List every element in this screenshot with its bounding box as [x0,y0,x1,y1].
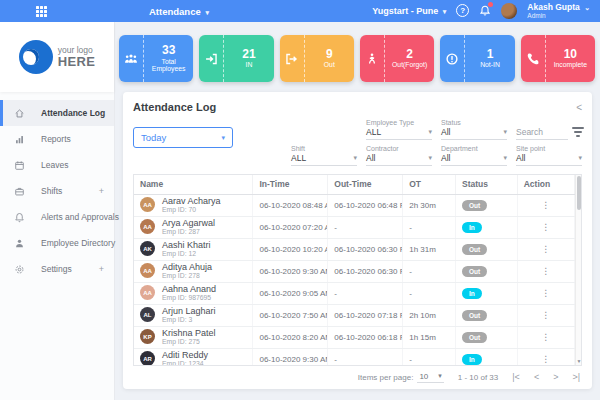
status-badge[interactable]: Out [462,332,487,343]
prev-page-icon[interactable]: < [534,372,539,382]
filter-label: Contractor [366,145,432,152]
employee-avatar: AA [140,285,155,300]
status-badge[interactable]: In [462,222,482,233]
scroll-down-icon[interactable]: ▼ [576,357,582,365]
row-actions-menu-icon[interactable]: ⋮ [517,194,574,216]
stat-card-in[interactable]: 21IN [199,35,273,82]
column-header-status: Status [456,175,518,194]
filter-select[interactable]: All▾ [441,153,507,166]
sidebar-item-reports[interactable]: Reports [0,126,114,152]
sidebar-item-shifts[interactable]: Shifts+ [0,178,114,204]
in-time-cell: 06-10-2020 7:50 AM [253,304,328,326]
employee-name: Krishna Patel [162,328,216,339]
status-badge[interactable]: Out [462,266,487,277]
row-actions-menu-icon[interactable]: ⋮ [517,238,574,260]
first-page-icon[interactable]: |< [512,372,520,382]
location-label: Yugstart - Pune [372,6,438,16]
attendance-log-panel: Attendance Log < Today ▾ Employee TypeAL… [123,92,592,389]
row-actions-menu-icon[interactable]: ⋮ [517,216,574,238]
help-icon[interactable]: ? [456,4,469,17]
search-input[interactable] [516,127,568,140]
app-menu[interactable]: Attendance ▾ [149,6,209,17]
employee-name: Aditi Reddy [162,350,208,361]
employee-id: Emp ID: 275 [162,338,216,346]
bell-icon [14,212,33,223]
stat-card-out-forgot-[interactable]: 2Out(Forgot) [360,35,434,82]
expand-plus-icon[interactable]: + [99,264,104,274]
main-content: 33Total Employees21IN9Out2Out(Forgot)1No… [115,22,600,400]
sidebar-item-employee-directory[interactable]: Employee Directory [0,230,114,256]
filter-value: ALL [291,153,306,163]
chevron-down-icon: ▾ [428,154,432,162]
status-badge[interactable]: Out [462,310,487,321]
stat-card-incomplete[interactable]: 10Incomplete [521,35,595,82]
sidebar-item-leaves[interactable]: Leaves [0,152,114,178]
filter-select[interactable]: ALL▾ [366,127,432,140]
table-row: AKAashi KhatriEmp ID: 1206-10-2020 10:20… [134,238,575,260]
row-actions-menu-icon[interactable]: ⋮ [517,348,574,366]
filter-select[interactable]: All▾ [516,153,582,166]
sidebar-item-label: Alerts and Approvals [41,212,119,222]
stat-card-out[interactable]: 9Out [280,35,354,82]
status-badge[interactable]: In [462,354,482,365]
column-header-name: Name [134,175,253,194]
filter-label: Department [441,145,507,152]
employee-name: Arjun Laghari [162,306,216,317]
ot-cell: - [403,348,456,366]
in-time-cell: 06-10-2020 9:30 AM [253,348,328,366]
last-page-icon[interactable]: >| [572,372,580,382]
chevron-down-icon: ▾ [578,154,582,162]
date-range-select[interactable]: Today ▾ [133,127,233,148]
notifications-bell-icon[interactable] [479,4,491,17]
row-actions-menu-icon[interactable]: ⋮ [517,304,574,326]
filter-select[interactable]: All▾ [366,153,432,166]
status-badge[interactable]: Out [462,200,487,211]
items-per-page-select[interactable]: 10 ▾ [417,372,443,383]
out-time-cell: - [328,282,403,304]
stat-cards: 33Total Employees21IN9Out2Out(Forgot)1No… [115,22,600,82]
sidebar-item-label: Shifts [41,186,62,196]
collapse-chevron-icon[interactable]: < [576,102,582,113]
employee-avatar: AA [140,197,155,212]
column-header-in-time: In-Time [253,175,328,194]
stat-card-not-in[interactable]: 1Not-IN [440,35,514,82]
table-scrollbar[interactable]: ▼ [575,175,581,365]
location-selector[interactable]: Yugstart - Pune ▾ [372,6,446,16]
sidebar-item-settings[interactable]: Settings+ [0,256,114,282]
employee-avatar: KP [140,329,155,344]
table-row: AAArya AgarwalEmp ID: 28706-10-2020 07:2… [134,216,575,238]
stat-card-total-employees[interactable]: 33Total Employees [119,35,193,82]
ot-cell: - [403,282,456,304]
out-time-cell: 06-10-2020 06:18 PM [328,326,403,348]
apps-grid-icon[interactable] [36,6,47,17]
employee-id: Emp ID: 987695 [162,294,216,302]
people-icon [119,35,144,82]
bar-chart-icon [14,134,33,145]
filter-select[interactable]: ALL▾ [291,153,357,166]
filter-value: All [516,153,525,163]
row-actions-menu-icon[interactable]: ⋮ [517,260,574,282]
sidebar-item-attendance-log[interactable]: Attendance Log [0,100,114,126]
status-badge[interactable]: Out [462,244,487,255]
sidebar-item-alerts-and-approvals[interactable]: Alerts and Approvals [0,204,114,230]
next-page-icon[interactable]: > [553,372,558,382]
sidebar-item-label: Settings [41,264,72,274]
user-avatar[interactable] [501,3,517,19]
status-badge[interactable]: In [462,288,482,299]
row-actions-menu-icon[interactable]: ⋮ [517,326,574,348]
items-per-page-value: 10 [419,372,428,381]
person-icon [14,238,33,249]
stat-label: Incomplete [554,61,587,69]
expand-plus-icon[interactable]: + [99,186,104,196]
row-actions-menu-icon[interactable]: ⋮ [517,282,574,304]
filter-select[interactable]: All▾ [441,127,507,140]
ot-cell: 1h 15m [403,326,456,348]
sidebar-menu: Attendance LogReportsLeavesShifts+Alerts… [0,100,114,282]
scrollbar-thumb[interactable] [577,176,581,210]
out-time-cell: - [328,216,403,238]
employee-id: Emp ID: 3 [162,316,216,324]
filter-funnel-icon[interactable] [574,127,582,137]
user-menu[interactable]: Akash Gupta ⌄ Admin [527,3,590,19]
ot-cell: - [403,260,456,282]
page-title: Attendance Log [133,101,216,113]
